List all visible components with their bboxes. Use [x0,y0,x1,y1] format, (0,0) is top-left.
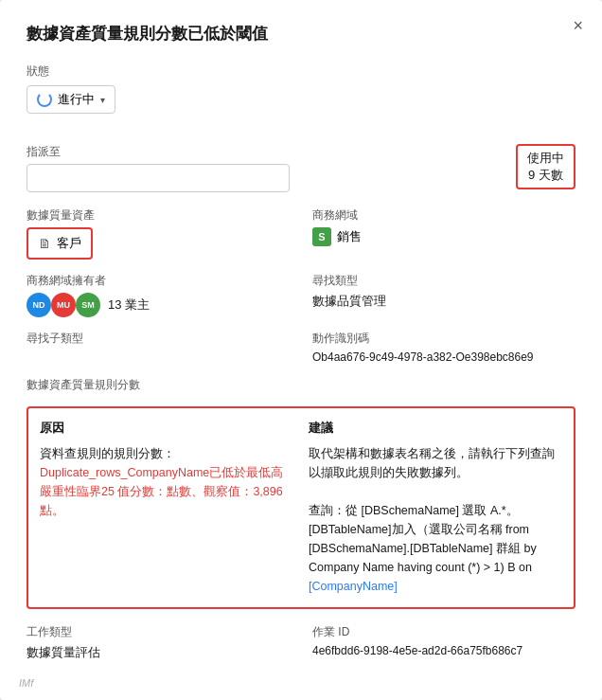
avatar-nd: ND [27,293,51,317]
job-id-field: 作業 ID 4e6fbdd6-9198-4e5e-ad2d-66a75fb686… [312,624,575,661]
reason-highlight-text: Duplicate_rows_CompanyName已低於最低高嚴重性臨界25 … [40,466,283,517]
s-badge-icon: S [312,227,331,246]
assign-to-label: 指派至 [27,144,290,160]
suggestion-query-text: 查詢：從 [DBSchemaName] 選取 A.*。[DBTableName]… [309,504,537,574]
business-domain-value: S 銷售 [312,227,575,246]
reason-text: 資料查規則的規則分數： Duplicate_rows_CompanyName已低… [40,444,293,520]
suggestion-col-label: 建議 [309,420,562,437]
action-id-value: Ob4aa676-9c49-4978-a382-Oe398ebc86e9 [312,350,575,364]
find-child-type-field: 尋找子類型 [27,331,290,350]
assign-to-field: 指派至 [27,144,290,192]
job-id-label: 作業 ID [312,624,575,640]
dq-asset-label: 數據質量資產 [27,207,290,224]
suggestion-col: 建議 取代架構和數據表名稱之後，請執行下列查詢以擷取此規則的失敗數據列。 查詢：… [309,420,562,596]
status-label: 狀態 [27,63,575,80]
owner-count: 13 業主 [108,296,150,314]
find-type-right-field: 尋找類型 數據品質管理 [312,273,575,310]
work-type-field: 工作類型 數據質量評估 [27,624,290,661]
reason-suggestion-box: 原因 資料查規則的規則分數： Duplicate_rows_CompanyNam… [27,406,575,609]
work-type-value: 數據質量評估 [27,644,290,661]
job-id-value: 4e6fbdd6-9198-4e5e-ad2d-66a75fb686c7 [312,644,575,657]
dq-asset-value-box: 🗎 客戶 [27,227,93,260]
avatar-mu: MU [51,293,76,317]
find-type-right-label: 尋找類型 [312,273,575,289]
suggestion-text: 取代架構和數據表名稱之後，請執行下列查詢以擷取此規則的失敗數據列。 查詢：從 [… [309,444,562,596]
status-dropdown[interactable]: 進行中 ▾ [27,85,115,114]
owner-label: 商務網域擁有者 [27,273,290,289]
dialog-container: 數據資產質量規則分數已低於閾值 × 狀態 進行中 ▾ 指派至 使用中 9 天數 … [0,0,602,700]
active-days: 9 天數 [527,167,564,184]
dialog-title: 數據資產質量規則分數已低於閾值 [27,23,575,45]
footer-watermark: IMf [19,677,33,689]
business-domain-field: 商務網域 S 銷售 [312,207,575,246]
active-label: 使用中 [527,150,564,167]
avatar-sm: SM [76,293,100,317]
action-id-label: 動作識別碼 [312,331,575,347]
status-dropdown-text: 進行中 [58,91,95,108]
active-badge-box: 使用中 9 天數 [516,144,575,189]
active-badge-area: 使用中 9 天數 [312,144,575,189]
find-type-right-value: 數據品質管理 [312,293,575,310]
close-button[interactable]: × [573,17,583,34]
find-child-type-label: 尋找子類型 [27,331,290,347]
reason-col: 原因 資料查規則的規則分數： Duplicate_rows_CompanyNam… [40,420,293,596]
bottom-fields: 工作類型 數據質量評估 作業 ID 4e6fbdd6-9198-4e5e-ad2… [27,624,575,661]
business-domain-text: 銷售 [337,228,362,245]
owner-avatars: ND MU SM 13 業主 [27,293,290,317]
chevron-down-icon: ▾ [100,95,105,105]
assign-to-input[interactable] [27,164,290,192]
work-type-label: 工作類型 [27,624,290,640]
owner-field: 商務網域擁有者 ND MU SM 13 業主 [27,273,290,317]
action-id-field: 動作識別碼 Ob4aa676-9c49-4978-a382-Oe398ebc86… [312,331,575,364]
suggestion-link[interactable]: [CompanyName] [309,580,398,593]
status-spinner-icon [37,92,52,107]
reason-col-label: 原因 [40,420,293,437]
business-domain-label: 商務網域 [312,207,575,224]
dq-asset-value: 客戶 [57,235,81,252]
document-icon: 🗎 [38,236,51,251]
dq-score-label: 數據資產質量規則分數 [27,377,575,393]
dq-asset-field: 數據質量資產 🗎 客戶 [27,207,290,260]
